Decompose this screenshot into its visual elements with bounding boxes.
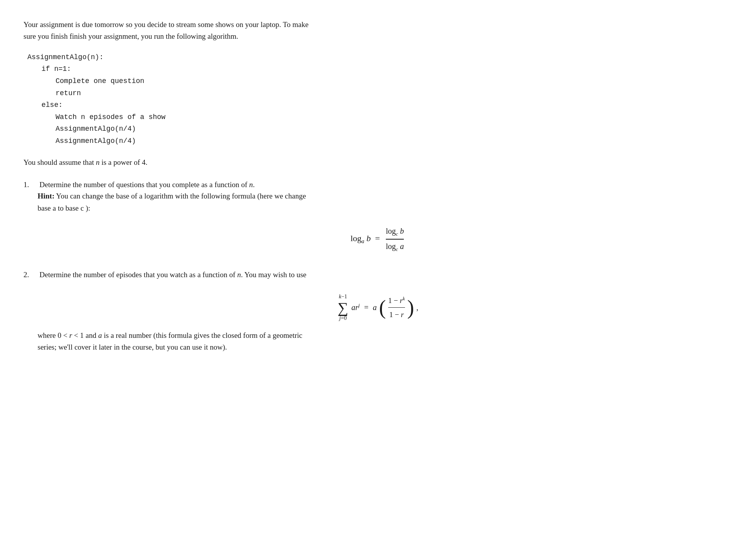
equals-sign: = <box>373 233 382 243</box>
summation-formula: k−1 ∑ j=0 arj = a ( 1 − rk 1 − r ) , <box>23 290 733 322</box>
inner-numer: 1 − rk <box>388 295 405 308</box>
code-line-6: Watch n episodes of a show <box>56 111 733 123</box>
intro-line2: sure you finish finish your assignment, … <box>23 32 238 40</box>
comma: , <box>416 301 418 314</box>
intro-paragraph: Your assignment is due tomorrow so you d… <box>23 19 733 43</box>
sigma-lower: j=0 <box>339 315 347 322</box>
question-list: 1. Determine the number of questions tha… <box>23 179 733 353</box>
question-2-text: 2. Determine the number of episodes that… <box>23 269 733 280</box>
log-fraction: logc b logc a <box>386 225 404 253</box>
summation-container: k−1 ∑ j=0 arj = a ( 1 − rk 1 − r ) , <box>338 294 418 322</box>
code-line-5: else: <box>41 99 733 111</box>
where-line2: series; we'll cover it later in the cour… <box>38 343 227 351</box>
hint-label: Hint: <box>38 192 54 200</box>
sub-a: a <box>362 238 364 245</box>
close-paren: ) <box>407 298 414 318</box>
question-1: 1. Determine the number of questions tha… <box>23 179 733 254</box>
code-line-3: Complete one question <box>56 75 733 87</box>
sub-c-num: c <box>396 231 398 237</box>
where-line1: where 0 < r < 1 and a is a real number (… <box>38 331 302 339</box>
sigma-symbol: ∑ <box>338 300 348 315</box>
sigma-block: k−1 ∑ j=0 <box>338 294 348 322</box>
code-block: AssignmentAlgo(n): if n=1: Complete one … <box>27 51 733 147</box>
hint-block: Hint: You can change the base of a logar… <box>38 190 733 214</box>
inner-fraction: 1 − rk 1 − r <box>388 295 405 321</box>
log-formula: loga b = logc b logc a <box>23 225 733 253</box>
code-line-1: AssignmentAlgo(n): <box>27 51 733 63</box>
question-1-text: 1. Determine the number of questions tha… <box>23 179 733 190</box>
sub-c-den: c <box>396 246 398 252</box>
sup-k: k <box>403 296 405 301</box>
question-2: 2. Determine the number of episodes that… <box>23 269 733 353</box>
q2-body: Determine the number of episodes that yo… <box>40 271 306 279</box>
sup-j: j <box>358 303 360 308</box>
assumption-text: You should assume that n is a power of 4… <box>23 157 733 168</box>
inner-denom: 1 − r <box>389 308 404 320</box>
eq-sign: = <box>362 301 370 314</box>
code-line-7: AssignmentAlgo(n/4) <box>56 123 733 135</box>
q1-number: 1. <box>23 179 38 190</box>
q1-body: Determine the number of questions that y… <box>40 180 255 189</box>
code-line-4: return <box>56 87 733 99</box>
q2-number: 2. <box>23 269 38 280</box>
hint-text2: base a to base c ): <box>38 204 90 212</box>
log-numerator: logc b <box>386 225 404 240</box>
rhs-a: a <box>373 301 377 314</box>
intro-line1: Your assignment is due tomorrow so you d… <box>23 20 308 29</box>
summand: arj <box>351 301 360 314</box>
log-denominator: logc a <box>386 240 404 253</box>
open-paren: ( <box>379 298 386 318</box>
where-text: where 0 < r < 1 and a is a real number (… <box>38 330 733 354</box>
log-lhs: loga b <box>351 233 373 243</box>
code-line-8: AssignmentAlgo(n/4) <box>56 135 733 147</box>
hint-text: You can change the base of a logarithm w… <box>54 192 306 200</box>
code-line-2: if n=1: <box>41 63 733 75</box>
